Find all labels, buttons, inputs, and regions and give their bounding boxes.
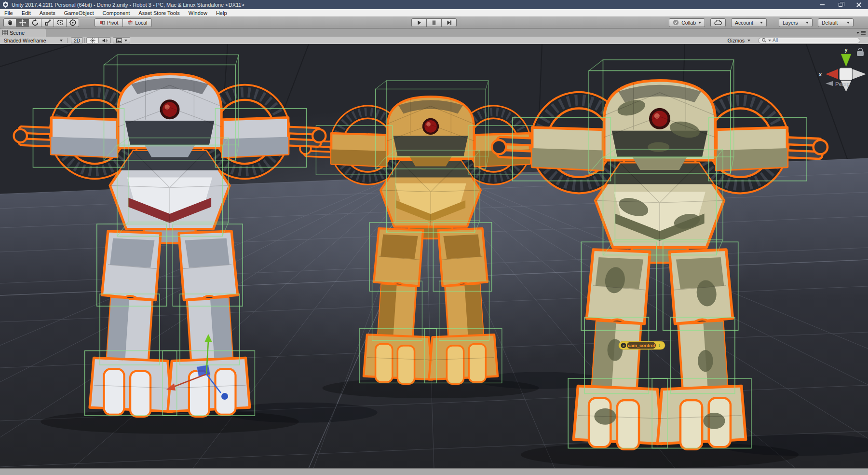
menu-window[interactable]: Window (184, 9, 212, 16)
projection-label[interactable]: Persp (835, 81, 850, 87)
window-controls (813, 0, 868, 9)
grid-icon (2, 30, 8, 35)
menubar: File Edit Assets GameObject Component As… (0, 9, 868, 17)
playback-controls (411, 18, 457, 27)
label-icon-letter: c (623, 344, 624, 348)
tab-scene[interactable]: Scene (0, 28, 46, 37)
local-label: Local (135, 20, 147, 26)
chevron-down-icon (847, 22, 850, 24)
search-value: All (773, 38, 778, 43)
menu-assets[interactable]: Assets (35, 9, 60, 16)
minimize-button[interactable] (813, 0, 831, 9)
axis-x-label: x (819, 71, 822, 77)
lighting-toggle-button[interactable] (86, 37, 99, 43)
hand-icon (6, 19, 14, 27)
cloud-services-button[interactable] (710, 18, 726, 27)
scale-tool-button[interactable] (41, 18, 54, 27)
layout-label: Default (822, 20, 838, 26)
menu-component[interactable]: Component (98, 9, 134, 16)
chevron-down-icon (124, 40, 127, 42)
local-toggle-button[interactable]: Local (122, 18, 152, 27)
gizmos-dropdown[interactable]: Gizmos (724, 37, 753, 44)
chevron-down-icon (760, 22, 763, 24)
play-icon (415, 19, 423, 27)
unity-logo-icon (2, 1, 9, 8)
menu-edit[interactable]: Edit (17, 9, 35, 16)
pause-icon (430, 19, 438, 27)
pause-button[interactable] (426, 18, 442, 27)
universal-transform-icon (69, 19, 77, 27)
object-label-cam-control[interactable]: ccam_controlt (619, 341, 665, 349)
transform-tool-button[interactable] (66, 18, 79, 27)
toggle-2d-button[interactable]: 2D (71, 37, 83, 43)
close-button[interactable] (850, 0, 868, 9)
account-dropdown[interactable]: Account (731, 18, 767, 27)
main-toolbar: Pivot Local Collab (0, 17, 868, 28)
scene-view-toolbar: Shaded Wireframe 2D Gizmos (0, 37, 868, 44)
unity-window: Unity 2017.4.22f1 Personal (64bit) - Dem… (0, 0, 868, 475)
sun-icon (89, 37, 96, 44)
panel-tabbar: Scene (0, 28, 868, 37)
chevron-down-icon (60, 40, 63, 42)
tab-options (856, 31, 866, 35)
status-bar (0, 468, 868, 475)
chevron-down-icon (698, 22, 701, 24)
audio-toggle-button[interactable] (98, 37, 111, 43)
menu-asset-store-tools[interactable]: Asset Store Tools (134, 9, 184, 16)
restore-icon (839, 3, 842, 7)
layout-dropdown[interactable]: Default (818, 18, 854, 27)
menu-file[interactable]: File (0, 9, 17, 16)
collab-button[interactable]: Collab (669, 18, 705, 27)
gizmos-label: Gizmos (727, 38, 745, 43)
speaker-icon (101, 37, 108, 44)
menu-help[interactable]: Help (212, 9, 231, 16)
chevron-down-icon[interactable] (856, 32, 859, 34)
layers-label: Layers (783, 20, 798, 26)
transform-tools (3, 18, 79, 27)
step-button[interactable] (441, 18, 457, 27)
search-icon (761, 38, 767, 43)
pivot-local-toggles: Pivot Local (95, 18, 152, 27)
rect-transform-icon (56, 19, 64, 27)
chevron-down-icon (768, 40, 771, 42)
panel-menu-icon[interactable] (861, 31, 866, 35)
menu-gameobject[interactable]: GameObject (60, 9, 98, 16)
tab-scene-label: Scene (10, 30, 25, 36)
close-icon (856, 2, 861, 7)
image-icon (116, 38, 122, 43)
titlebar: Unity 2017.4.22f1 Personal (64bit) - Dem… (0, 0, 868, 9)
axis-y-label: y (844, 47, 848, 53)
separator (67, 38, 68, 43)
pivot-icon (99, 20, 105, 26)
local-axes-icon (127, 20, 133, 26)
rotate-icon (31, 19, 39, 27)
restore-button[interactable] (831, 0, 850, 9)
hand-tool-button[interactable] (3, 18, 16, 27)
chevron-down-icon (747, 40, 750, 42)
effects-dropdown-button[interactable] (113, 37, 130, 43)
object-label-text: cam_control (628, 343, 655, 348)
scale-icon (44, 19, 52, 27)
play-button[interactable] (411, 18, 427, 27)
draw-mode-dropdown[interactable]: Shaded Wireframe (1, 37, 66, 44)
lock-icon-body (857, 51, 864, 56)
move-tool-button[interactable] (16, 18, 29, 27)
layers-dropdown[interactable]: Layers (779, 18, 813, 27)
toggle-2d-label: 2D (74, 38, 80, 43)
separator (84, 38, 85, 43)
scene-search-field[interactable]: All (758, 38, 860, 43)
gizmo-cube[interactable] (840, 68, 852, 80)
pivot-toggle-button[interactable]: Pivot (95, 18, 123, 27)
draw-mode-label: Shaded Wireframe (4, 38, 46, 43)
rotate-tool-button[interactable] (28, 18, 41, 27)
collab-check-icon (673, 19, 679, 26)
scene-viewport[interactable]: ccam_controltyxPersp (0, 44, 868, 468)
step-icon (445, 19, 453, 27)
rect-tool-button[interactable] (54, 18, 67, 27)
scene-canvas[interactable]: ccam_controltyxPersp (0, 44, 868, 468)
chevron-down-icon (806, 22, 809, 24)
move-icon (19, 19, 27, 27)
window-title: Unity 2017.4.22f1 Personal (64bit) - Dem… (12, 2, 244, 8)
toolbar-right: Collab Account Layers Default (669, 18, 854, 27)
cloud-icon (714, 19, 722, 26)
